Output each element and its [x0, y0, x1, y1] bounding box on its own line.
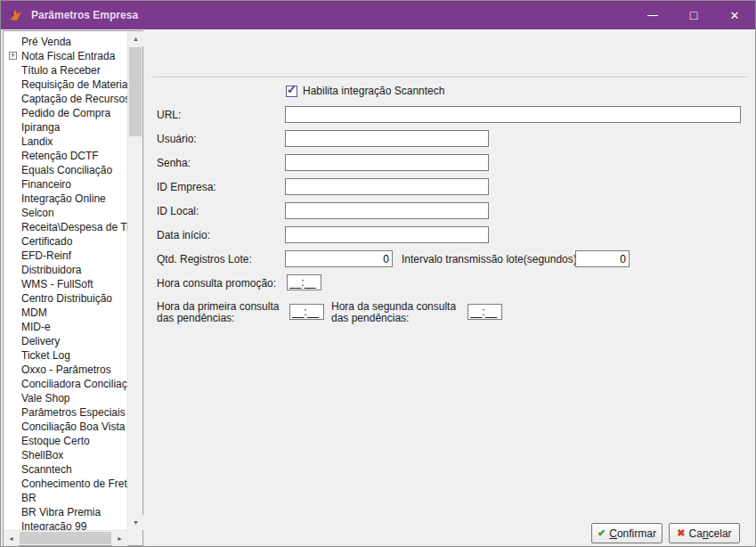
- list-item[interactable]: Retenção DCTF: [4, 149, 127, 163]
- list-item-label: MID-e: [21, 321, 51, 333]
- hora-promocao-input[interactable]: [287, 274, 321, 290]
- list-item[interactable]: Centro Distribuição: [4, 291, 127, 306]
- id-empresa-label: ID Empresa:: [157, 181, 216, 193]
- qtd-registros-label: Qtd. Registros Lote:: [157, 253, 252, 265]
- list-item-label: Landix: [21, 135, 53, 148]
- list-item-label: Financeiro: [21, 178, 71, 191]
- qtd-registros-input[interactable]: [285, 250, 393, 267]
- list-item[interactable]: Landix: [4, 135, 127, 149]
- id-local-input[interactable]: [285, 202, 489, 219]
- data-inicio-label: Data início:: [157, 229, 210, 241]
- intervalo-input[interactable]: [575, 250, 630, 267]
- hora-promocao-label: Hora consulta promoção:: [157, 277, 276, 290]
- list-item[interactable]: Pedido de Compra: [4, 106, 127, 120]
- list-item[interactable]: Ticket Log: [4, 348, 127, 363]
- list-item[interactable]: Título a Receber: [4, 63, 127, 78]
- list-item-label: Integração Online: [21, 192, 106, 205]
- scanntech-settings-panel: ✓ Habilita integração Scanntech URL: Usu…: [143, 30, 755, 546]
- hora-segunda-input[interactable]: [467, 304, 502, 320]
- window-controls: — □ ✕: [632, 1, 755, 29]
- list-item-label: Captação de Recursos: [21, 93, 127, 105]
- app-logo-icon: [9, 8, 23, 22]
- list-item[interactable]: Conciliadora Conciliação: [4, 377, 127, 391]
- list-item-label: Selcon: [21, 207, 54, 219]
- list-item[interactable]: Certificado: [4, 234, 127, 249]
- list-item[interactable]: Integração 99: [4, 519, 127, 530]
- list-item[interactable]: Receita\Despesa de Titul: [4, 220, 127, 234]
- hora-primeira-label-line1: Hora da primeira consulta: [157, 300, 279, 313]
- list-item-label: BR: [21, 492, 37, 504]
- list-item-label: Equals Conciliação: [21, 164, 112, 176]
- expand-icon[interactable]: +: [9, 52, 17, 60]
- close-button[interactable]: ✕: [714, 1, 755, 29]
- confirm-button[interactable]: ✔ Confirmar: [591, 523, 663, 543]
- horizontal-scrollbar-thumb[interactable]: [20, 532, 111, 544]
- hora-primeira-label-line2: das pendências:: [157, 312, 234, 324]
- list-item-label: Título a Receber: [21, 64, 101, 77]
- list-item-label: EFD-Reinf: [21, 249, 71, 262]
- list-item[interactable]: Scanntech: [4, 462, 127, 477]
- list-item-label: Certificado: [21, 235, 72, 248]
- list-item-label: Ipiranga: [21, 121, 60, 134]
- list-item-label: Pedido de Compra: [21, 107, 110, 119]
- data-inicio-input[interactable]: [285, 226, 489, 243]
- list-item[interactable]: ShellBox: [4, 448, 127, 462]
- cancel-button-label: Cancelar: [689, 527, 732, 540]
- usuario-input[interactable]: [285, 130, 489, 147]
- list-item[interactable]: Captação de Recursos: [4, 92, 127, 106]
- list-item-label: Conhecimento de Frete: [21, 478, 127, 490]
- list-item[interactable]: Financeiro: [4, 177, 127, 192]
- list-item[interactable]: Vale Shop: [4, 391, 127, 405]
- scanntech-checkbox[interactable]: ✓ Habilita integração Scanntech: [286, 85, 444, 97]
- list-item[interactable]: Oxxo - Parâmetros: [4, 363, 127, 377]
- list-item[interactable]: Parâmetros Especiais: [4, 405, 127, 420]
- list-item-label: WMS - FullSoft: [21, 278, 93, 290]
- senha-input[interactable]: [285, 154, 489, 171]
- cancel-button[interactable]: ✖ Cancelar: [669, 523, 740, 543]
- scroll-up-button[interactable]: ▲: [128, 31, 143, 46]
- checkbox-label: Habilita integração Scanntech: [303, 85, 444, 97]
- scroll-left-button[interactable]: ◄: [4, 531, 19, 546]
- list-item[interactable]: WMS - FullSoft: [4, 277, 127, 291]
- list-item-label: Delivery: [21, 335, 60, 347]
- url-input[interactable]: [285, 106, 741, 123]
- list-item-label: Oxxo - Parâmetros: [21, 363, 111, 376]
- list-item[interactable]: Pré Venda: [4, 35, 127, 49]
- hora-primeira-input[interactable]: [289, 304, 324, 320]
- list-item[interactable]: Distribuidora: [4, 263, 127, 277]
- list-item[interactable]: Delivery: [4, 334, 127, 348]
- list-item[interactable]: EFD-Reinf: [4, 249, 127, 263]
- vertical-scrollbar[interactable]: ▲ ▼: [127, 31, 142, 530]
- checkbox-box[interactable]: ✓: [286, 86, 297, 97]
- list-item[interactable]: Integração Online: [4, 192, 127, 206]
- url-label: URL:: [157, 109, 181, 121]
- scroll-right-button[interactable]: ►: [112, 531, 127, 546]
- scroll-down-button[interactable]: ▼: [128, 515, 143, 530]
- list-item[interactable]: MDM: [4, 306, 127, 320]
- section-divider: [152, 77, 748, 78]
- confirm-check-icon: ✔: [597, 528, 606, 538]
- list-item-label: Conciliadora Conciliação: [21, 378, 127, 390]
- horizontal-scrollbar[interactable]: ◄ ►: [4, 530, 127, 545]
- minimize-button[interactable]: —: [632, 1, 673, 29]
- list-item[interactable]: Conhecimento de Frete: [4, 477, 127, 491]
- list-item[interactable]: Equals Conciliação: [4, 163, 127, 177]
- parametros-empresa-window: Parâmetros Empresa — □ ✕ Pré Venda+Nota …: [0, 0, 756, 547]
- parameter-tree-panel: Pré Venda+Nota Fiscal EntradaTítulo a Re…: [3, 30, 143, 546]
- list-item[interactable]: Estoque Certo: [4, 434, 127, 448]
- vertical-scrollbar-thumb[interactable]: [129, 47, 142, 136]
- title-bar: Parâmetros Empresa — □ ✕: [1, 1, 755, 29]
- id-empresa-input[interactable]: [285, 178, 489, 195]
- list-item[interactable]: Ipiranga: [4, 120, 127, 135]
- list-item[interactable]: Selcon: [4, 206, 127, 220]
- maximize-button[interactable]: □: [673, 1, 714, 29]
- list-item-label: Pré Venda: [21, 36, 71, 48]
- list-item[interactable]: BR: [4, 491, 127, 505]
- list-item[interactable]: Requisição de Materiais: [4, 78, 127, 92]
- list-item[interactable]: Conciliação Boa Vista: [4, 420, 127, 434]
- list-item[interactable]: MID-e: [4, 320, 127, 334]
- list-item-label: MDM: [21, 306, 47, 319]
- list-item[interactable]: +Nota Fiscal Entrada: [4, 49, 127, 63]
- checkbox-check-icon: ✓: [287, 86, 297, 94]
- list-item[interactable]: BR Vibra Premia: [4, 505, 127, 519]
